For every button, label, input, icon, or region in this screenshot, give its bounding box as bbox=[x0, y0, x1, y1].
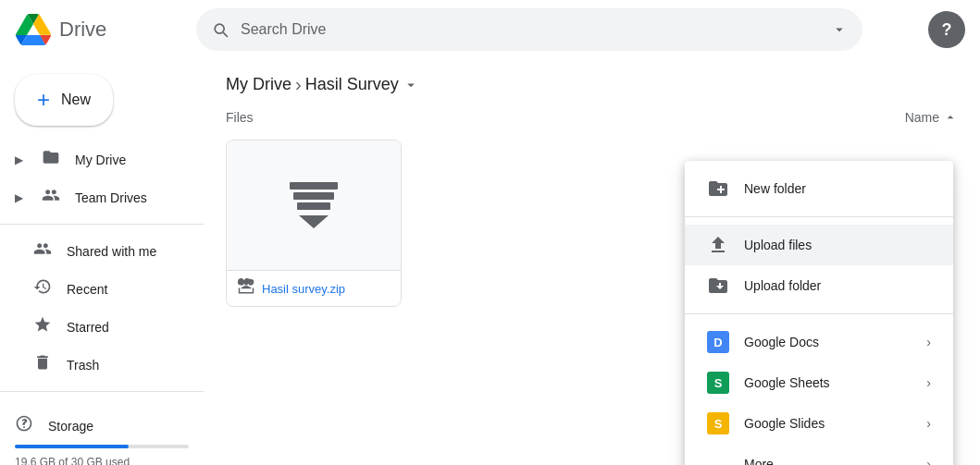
expand-arrow-team-icon: ▶ bbox=[15, 191, 23, 204]
storage-used-text: 19.6 GB of 30 GB used bbox=[15, 456, 189, 465]
zip-preview-icon bbox=[290, 182, 338, 228]
sort-button[interactable]: Name bbox=[905, 110, 958, 125]
sort-label: Name bbox=[905, 110, 939, 125]
sidebar-item-team-drives[interactable]: ▶ Team Drives bbox=[0, 178, 189, 216]
recent-icon bbox=[33, 277, 52, 300]
dropdown-menu: New folder Upload files Upload folder bbox=[685, 161, 953, 465]
team-drives-label: Team Drives bbox=[75, 190, 147, 205]
google-sheets-icon: S bbox=[707, 372, 729, 394]
logo-area: Drive bbox=[15, 14, 181, 45]
storage-section: Storage 19.6 GB of 30 GB used UPGRADE ST… bbox=[0, 399, 204, 465]
sidebar-item-trash[interactable]: Trash bbox=[0, 346, 189, 384]
app-title: Drive bbox=[59, 18, 106, 42]
trash-label: Trash bbox=[67, 358, 99, 373]
zip-bars bbox=[290, 182, 338, 210]
search-icon bbox=[211, 20, 229, 39]
slides-arrow-icon: › bbox=[926, 416, 931, 431]
storage-bar bbox=[15, 445, 189, 448]
breadcrumb-current-label: Hasil Survey bbox=[305, 75, 399, 94]
file-info: Hasil survey.zip bbox=[227, 270, 401, 306]
new-folder-icon bbox=[707, 177, 729, 200]
starred-icon bbox=[33, 315, 52, 338]
breadcrumb-dropdown-icon bbox=[403, 77, 419, 93]
menu-item-google-slides[interactable]: S Google Slides › bbox=[685, 403, 953, 444]
shared-label: Shared with me bbox=[67, 244, 156, 259]
more-icon bbox=[707, 453, 729, 465]
file-name: Hasil survey.zip bbox=[262, 282, 345, 296]
google-slides-label: Google Slides bbox=[744, 416, 912, 431]
menu-divider-2 bbox=[685, 313, 953, 314]
drive-logo-icon bbox=[15, 14, 52, 45]
sidebar-divider-2 bbox=[0, 391, 204, 392]
breadcrumb-current[interactable]: Hasil Survey bbox=[305, 75, 419, 94]
help-icon: ? bbox=[942, 20, 952, 40]
menu-item-more[interactable]: More › bbox=[685, 444, 953, 465]
google-sheets-label: Google Sheets bbox=[744, 375, 912, 390]
recent-label: Recent bbox=[67, 282, 107, 297]
google-slides-icon: S bbox=[707, 412, 729, 434]
search-input[interactable] bbox=[241, 21, 820, 38]
shared-icon bbox=[33, 239, 52, 263]
upload-folder-label: Upload folder bbox=[744, 278, 931, 293]
my-drive-label: My Drive bbox=[75, 153, 126, 167]
file-type-icon bbox=[238, 278, 254, 299]
sidebar-item-shared[interactable]: Shared with me bbox=[0, 232, 189, 270]
file-card[interactable]: Hasil survey.zip bbox=[226, 140, 402, 307]
upload-folder-icon bbox=[707, 275, 729, 297]
files-header: Files Name bbox=[226, 110, 958, 125]
upload-files-label: Upload files bbox=[744, 238, 931, 252]
main-area: + New ▶ My Drive ▶ Team Drives bbox=[0, 59, 980, 465]
team-drives-icon bbox=[42, 186, 60, 209]
new-plus-icon: + bbox=[37, 87, 50, 113]
trash-icon bbox=[33, 353, 52, 376]
zip-bar-2 bbox=[293, 192, 334, 200]
storage-bar-fill bbox=[15, 445, 129, 448]
menu-item-new-folder[interactable]: New folder bbox=[685, 168, 953, 209]
docs-arrow-icon: › bbox=[926, 335, 931, 349]
more-arrow-icon: › bbox=[926, 457, 931, 465]
new-button[interactable]: + New bbox=[15, 74, 113, 126]
breadcrumb: My Drive › Hasil Survey bbox=[226, 74, 958, 95]
help-button[interactable]: ? bbox=[928, 11, 965, 48]
sort-arrow-icon bbox=[943, 110, 958, 125]
top-bar: Drive ? bbox=[0, 0, 980, 59]
upload-files-icon bbox=[707, 234, 729, 256]
sidebar-item-recent[interactable]: Recent bbox=[0, 270, 189, 308]
app-container: Drive ? + New ▶ bbox=[0, 0, 980, 465]
sidebar: + New ▶ My Drive ▶ Team Drives bbox=[0, 59, 204, 465]
sidebar-item-starred[interactable]: Starred bbox=[0, 308, 189, 346]
zip-bar-1 bbox=[290, 182, 338, 190]
storage-label: Storage bbox=[48, 419, 93, 434]
sidebar-divider-1 bbox=[0, 224, 204, 225]
zip-arrow-icon bbox=[299, 215, 329, 228]
breadcrumb-root-link[interactable]: My Drive bbox=[226, 75, 292, 94]
google-docs-label: Google Docs bbox=[744, 335, 912, 349]
files-label: Files bbox=[226, 110, 254, 125]
menu-item-upload-folder[interactable]: Upload folder bbox=[685, 265, 953, 306]
expand-arrow-icon: ▶ bbox=[15, 153, 23, 166]
new-folder-label: New folder bbox=[744, 181, 931, 196]
more-label: More bbox=[744, 457, 912, 465]
storage-item: Storage bbox=[15, 407, 189, 445]
search-dropdown-icon[interactable] bbox=[831, 21, 848, 38]
file-preview bbox=[227, 141, 401, 270]
zip-bar-3 bbox=[297, 202, 330, 210]
menu-item-google-sheets[interactable]: S Google Sheets › bbox=[685, 362, 953, 403]
starred-label: Starred bbox=[67, 320, 109, 335]
sheets-arrow-icon: › bbox=[926, 375, 931, 390]
new-button-label: New bbox=[61, 92, 91, 108]
menu-divider-1 bbox=[685, 216, 953, 217]
google-docs-icon: D bbox=[707, 331, 729, 353]
breadcrumb-separator: › bbox=[295, 74, 302, 95]
sidebar-item-my-drive[interactable]: ▶ My Drive bbox=[0, 141, 189, 178]
storage-icon bbox=[15, 414, 33, 437]
menu-item-google-docs[interactable]: D Google Docs › bbox=[685, 322, 953, 362]
search-bar bbox=[196, 8, 862, 51]
my-drive-icon bbox=[42, 148, 60, 171]
main-content: My Drive › Hasil Survey Files Name bbox=[204, 59, 980, 465]
menu-item-upload-files[interactable]: Upload files bbox=[685, 225, 953, 265]
